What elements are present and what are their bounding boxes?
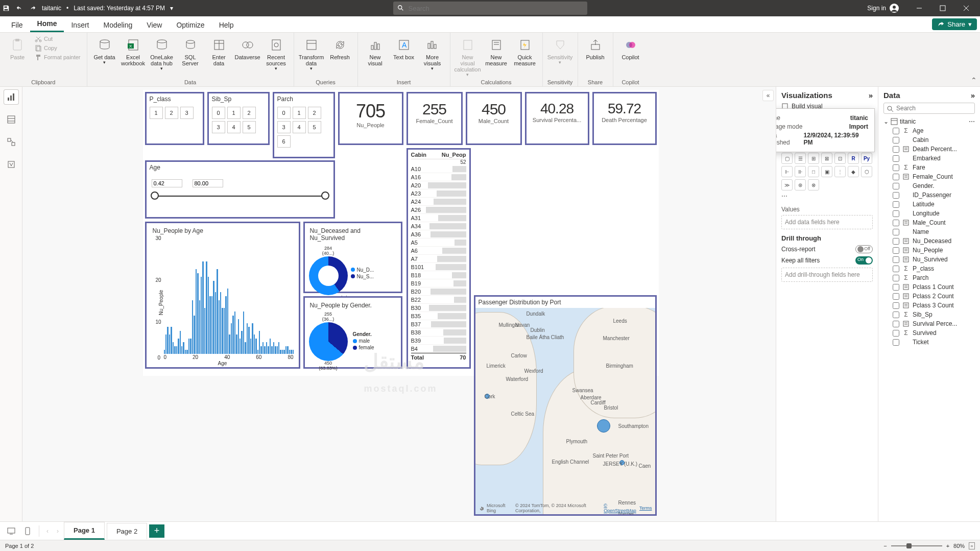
slicer-chip[interactable]: 5 [308,121,321,133]
bar[interactable] [248,327,249,354]
redo-icon[interactable] [29,4,37,12]
mobile-layout-button[interactable] [20,524,35,538]
tab-home[interactable]: Home [30,16,64,32]
refresh-button[interactable]: Refresh [327,35,353,62]
bar[interactable] [236,334,237,354]
bar[interactable] [282,350,283,354]
table-row[interactable]: A7 [411,255,466,263]
viz-type-button[interactable]: ⋮ [834,166,846,177]
table-row[interactable]: A34 [411,222,466,230]
tab-modeling[interactable]: Modeling [96,18,139,32]
bar[interactable] [291,350,292,354]
table-row[interactable]: B30 [411,304,466,312]
bar[interactable] [202,261,203,354]
table-row[interactable]: A5 [411,238,466,247]
data-search-input[interactable] [883,103,975,114]
field-row[interactable]: Female_Count [883,172,975,181]
age-slicer[interactable]: Age [145,160,335,219]
kpi-people[interactable]: 705 Nu_People [338,92,403,145]
bar[interactable] [185,350,186,354]
slicer-chip[interactable]: 0 [277,107,291,119]
values-well[interactable]: Add data fields here [781,215,873,229]
next-page-button[interactable]: › [54,528,62,535]
table-row[interactable]: B39 [411,337,466,345]
map-credits-terms[interactable]: Terms [639,506,652,511]
dax-view-button[interactable] [4,157,18,172]
paste-button[interactable]: Paste [4,35,31,62]
table-row[interactable]: B101 [411,263,466,271]
bar[interactable] [174,346,175,354]
field-checkbox[interactable] [893,238,899,245]
slicer-chip[interactable]: 6 [277,135,291,148]
enter-data-button[interactable]: Enter data [206,35,232,68]
viz-type-button[interactable]: Py [861,153,872,164]
bar[interactable] [190,339,191,354]
bar[interactable] [254,334,255,354]
slicer-chip[interactable]: 1 [293,107,306,119]
table-titanic[interactable]: ⌄ titanic ⋯ [883,117,975,126]
field-row[interactable]: Gender. [883,181,975,190]
report-view-button[interactable] [4,90,18,104]
bar[interactable] [231,323,232,354]
bar[interactable] [192,300,193,354]
bar[interactable] [262,342,264,354]
bar[interactable] [266,342,267,354]
table-row[interactable]: A24 [411,198,466,206]
field-row[interactable]: ΣParch [883,273,975,282]
bar[interactable] [259,331,260,354]
bar[interactable] [285,346,286,354]
bar[interactable] [250,339,251,354]
publish-button[interactable]: Publish [582,35,609,62]
slicer-chip[interactable]: 1 [227,107,241,119]
viz-type-button[interactable]: ☰ [795,153,806,164]
bar[interactable] [181,346,182,354]
bar[interactable] [280,350,281,354]
kpi-death[interactable]: 59.72 Death Percentage [592,92,657,145]
more-visuals-button[interactable]: More visuals▾ [419,35,446,74]
table-row[interactable]: A23 [411,189,466,198]
model-view-button[interactable] [4,135,18,149]
viz-type-button[interactable]: ⊞ [808,153,819,164]
table-row[interactable]: B19 [411,279,466,288]
field-row[interactable]: Death Percent... [883,145,975,154]
cross-report-toggle[interactable]: Off [855,245,873,253]
copy-button[interactable]: Copy [33,44,83,52]
bar[interactable] [176,346,177,354]
field-checkbox[interactable] [893,201,899,208]
bar[interactable] [232,316,233,354]
slicer-chip[interactable]: 3 [277,121,291,133]
field-row[interactable]: Longitude [883,209,975,218]
field-checkbox[interactable] [893,146,899,153]
bar[interactable] [209,296,210,354]
table-row[interactable]: A31 [411,214,466,222]
bar[interactable] [201,277,202,354]
bar[interactable] [245,342,246,354]
kpi-male[interactable]: 450 Male_Count [466,92,522,145]
transform-data-button[interactable]: Transform data▾ [298,35,325,74]
field-row[interactable]: Nu_Survived [883,255,975,264]
keep-filters-toggle[interactable]: On [855,256,873,265]
desktop-layout-button[interactable] [4,524,18,538]
close-button[interactable] [954,0,978,16]
viz-type-button[interactable]: ▢ [781,153,793,164]
table-more-icon[interactable]: ⋯ [969,118,975,125]
new-measure-button[interactable]: New measure [483,35,510,68]
slicer-pclass[interactable]: P_class 123 [145,92,204,145]
bar[interactable] [271,346,272,354]
field-row[interactable]: ΣAge [883,126,975,135]
table-row[interactable]: B22 [411,296,466,304]
age-min-input[interactable] [152,179,182,187]
field-row[interactable]: Ticket [883,338,975,347]
slicer-chip[interactable]: 3 [212,121,225,133]
kpi-survival[interactable]: 40.28 Survival Percenta... [525,92,589,145]
recent-sources-button[interactable]: Recent sources▾ [263,35,290,74]
field-checkbox[interactable] [893,174,899,180]
zoom-out-button[interactable]: − [883,543,887,549]
quick-measure-button[interactable]: Quick measure [512,35,538,68]
table-row[interactable]: B18 [411,271,466,279]
field-row[interactable]: Cabin [883,135,975,145]
map-credits-osm[interactable]: © OpenStreetMap [604,503,636,513]
bar[interactable] [273,342,274,354]
viz-type-button[interactable]: □ [808,166,819,177]
chevron-down-icon[interactable]: ▾ [170,5,173,12]
